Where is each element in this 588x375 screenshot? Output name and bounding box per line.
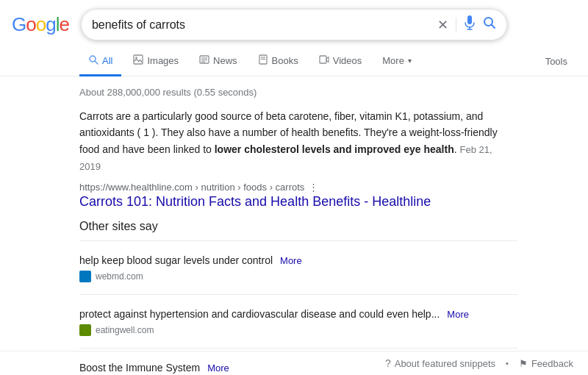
logo-o1: o (26, 13, 35, 36)
tab-videos-label: Videos (333, 55, 362, 66)
source-url-text: https://www.healthline.com › nutrition ›… (79, 182, 304, 193)
other-sites-heading: Other sites say (79, 220, 517, 233)
site-more-link-2[interactable]: More (447, 307, 469, 322)
svg-rect-7 (134, 55, 143, 64)
tab-books[interactable]: Books (249, 47, 307, 76)
tools-button[interactable]: Tools (537, 49, 576, 74)
favicon-webmd (79, 271, 91, 282)
featured-snippet: Carrots are a particularly good source o… (79, 108, 517, 210)
site-item-text-row: protect against hypertension and cardiov… (79, 307, 517, 322)
logo-o2: o (36, 13, 46, 36)
tab-news[interactable]: News (190, 47, 246, 76)
favicon-eatingwell (79, 324, 91, 336)
site-domain-1: webmd.com (96, 271, 143, 282)
site-item-text-2: protect against hypertension and cardiov… (79, 307, 440, 322)
tab-all-label: All (102, 55, 112, 66)
svg-rect-16 (320, 56, 326, 63)
all-icon (88, 54, 98, 67)
logo-e: e (59, 13, 68, 36)
videos-icon (319, 54, 329, 67)
about-snippets-link[interactable]: ? About featured snippets (385, 357, 495, 369)
footer-bullet: • (506, 359, 509, 368)
site-item-text-row: help keep blood sugar levels under contr… (79, 253, 517, 268)
list-item: help keep blood sugar levels under contr… (79, 247, 517, 288)
more-chevron-icon: ▾ (408, 57, 412, 65)
site-domain-2: eatingwell.com (96, 325, 154, 335)
books-icon (258, 54, 268, 67)
tab-all[interactable]: All (79, 47, 121, 76)
snippet-text-after: . (454, 143, 457, 155)
tab-images[interactable]: Images (124, 47, 187, 76)
google-logo: Google (12, 13, 69, 36)
result-title-link[interactable]: Carrots 101: Nutrition Facts and Health … (79, 194, 517, 210)
divider-mid (79, 294, 517, 295)
divider-top (79, 240, 517, 241)
tab-more[interactable]: More ▾ (373, 48, 420, 76)
question-icon: ? (385, 357, 391, 369)
svg-line-4 (491, 25, 495, 29)
flag-icon: ⚑ (519, 358, 528, 369)
divider (456, 18, 456, 32)
snippet-text: Carrots are a particularly good source o… (79, 108, 506, 174)
source-menu-icon[interactable]: ⋮ (309, 182, 318, 193)
images-icon (133, 54, 143, 67)
tab-books-label: Books (272, 55, 298, 66)
main-content: About 288,000,000 results (0.55 seconds)… (0, 76, 529, 375)
list-item: protect against hypertension and cardiov… (79, 301, 517, 342)
feedback-link[interactable]: ⚑ Feedback (519, 358, 573, 369)
tab-more-label: More (382, 55, 404, 66)
svg-rect-0 (467, 15, 472, 24)
divider-bot (79, 348, 517, 349)
tab-news-label: News (213, 55, 237, 66)
news-icon (199, 54, 209, 67)
tab-images-label: Images (147, 55, 179, 66)
header: Google ✕ (0, 0, 588, 46)
tab-videos[interactable]: Videos (310, 47, 371, 76)
clear-icon[interactable]: ✕ (437, 18, 448, 32)
mic-icon[interactable] (464, 15, 476, 34)
results-count: About 288,000,000 results (0.55 seconds) (79, 87, 517, 98)
logo-g2: g (46, 13, 55, 36)
search-input[interactable] (92, 18, 430, 32)
search-submit-icon[interactable] (483, 16, 496, 33)
about-snippets-label: About featured snippets (395, 358, 495, 369)
site-item-source-1: webmd.com (79, 271, 517, 282)
source-url-line: https://www.healthline.com › nutrition ›… (79, 182, 517, 193)
snippet-footer: ? About featured snippets • ⚑ Feedback (0, 351, 588, 375)
feedback-label: Feedback (531, 358, 573, 369)
search-icons: ✕ (437, 15, 496, 34)
site-item-source-2: eatingwell.com (79, 324, 517, 336)
site-more-link-1[interactable]: More (280, 254, 302, 268)
search-bar: ✕ (81, 9, 507, 40)
snippet-text-bold: lower cholesterol levels and improved ey… (215, 143, 454, 155)
nav-tabs: All Images News Books Videos More ▾ Tool… (0, 46, 588, 76)
svg-line-6 (96, 62, 98, 65)
svg-point-5 (90, 56, 96, 62)
site-item-text-1: help keep blood sugar levels under contr… (79, 253, 273, 268)
logo-g: G (12, 13, 26, 36)
